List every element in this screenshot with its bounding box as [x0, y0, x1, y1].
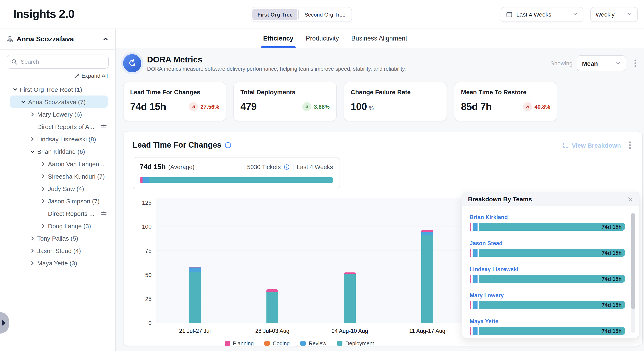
- sidebar-item-direct-reports[interactable]: Direct Reports ...: [10, 207, 108, 219]
- second-org-tree-button[interactable]: Second Org Tree: [300, 9, 350, 20]
- bar-28-jul-03-aug[interactable]: [267, 289, 278, 323]
- metric-delta-value: 40.8%: [534, 104, 550, 110]
- chevron-right-icon[interactable]: [29, 111, 36, 117]
- average-value: 74d 15h: [140, 163, 166, 171]
- dora-subtitle: DORA metrics measure software delivery p…: [147, 66, 406, 72]
- sidebar-item-anna-scozzafava[interactable]: Anna Scozzafava (7): [10, 96, 108, 108]
- dora-kebab-menu[interactable]: [632, 57, 639, 70]
- legend-label: Coding: [273, 340, 290, 346]
- chevron-right-icon[interactable]: [29, 260, 36, 266]
- chevron-right-icon[interactable]: [40, 173, 46, 179]
- bar-segment-planning: [267, 289, 278, 292]
- first-org-tree-button[interactable]: First Org Tree: [252, 9, 298, 20]
- chevron-right-icon[interactable]: [40, 198, 46, 204]
- tab-bar: EfficiencyProductivityBusiness Alignment: [116, 29, 644, 48]
- team-name-link[interactable]: Jason Stead: [470, 240, 502, 246]
- chart-legend: PlanningCodingReviewDeployment: [132, 340, 466, 346]
- legend-item-planning[interactable]: Planning: [224, 340, 254, 346]
- x-axis-tick-label: 21 Jul-27 Jul: [179, 328, 211, 334]
- chevron-right-icon[interactable]: [40, 185, 46, 192]
- filter-sliders-icon[interactable]: [101, 210, 108, 216]
- team-name-link[interactable]: Lindsay Liszewski: [470, 266, 518, 272]
- legend-item-review[interactable]: Review: [300, 340, 326, 346]
- sidebar-item-aaron-van-langen[interactable]: Aaron Van Langen...: [10, 158, 108, 170]
- showing-value: Mean: [582, 60, 598, 67]
- breakdown-row-brian-kirkland[interactable]: Brian Kirkland74d 15h: [470, 213, 625, 231]
- team-name-link[interactable]: Brian Kirkland: [470, 214, 508, 220]
- sidebar-item-mary-lowery[interactable]: Mary Lowery (6): [10, 108, 108, 120]
- breakdown-title: Breakdown By Teams: [468, 196, 532, 203]
- breakdown-row-lindsay-liszewski[interactable]: Lindsay Liszewski74d 15h: [470, 265, 625, 283]
- scrollbar-thumb[interactable]: [631, 213, 635, 309]
- chevron-right-icon[interactable]: [40, 222, 46, 229]
- chevron-right-icon[interactable]: [29, 247, 36, 254]
- chevron-down-icon[interactable]: [29, 148, 36, 155]
- expand-corners-icon: [562, 142, 569, 148]
- date-range-select[interactable]: Last 4 Weeks: [501, 7, 583, 22]
- sidebar-collapse-chevron[interactable]: [102, 36, 109, 42]
- chevron-down-icon[interactable]: [12, 86, 18, 93]
- view-breakdown-button[interactable]: View Breakdown: [562, 142, 621, 149]
- search-input-box[interactable]: [6, 55, 109, 69]
- tree-item-label: Mary Lowery (6): [37, 111, 82, 118]
- chevron-right-icon[interactable]: [40, 160, 46, 167]
- sidebar-item-jason-simpson[interactable]: Jason Simpson (7): [10, 195, 108, 207]
- expand-all-button[interactable]: Expand All: [74, 73, 108, 79]
- org-tree-toggle: First Org Tree Second Org Tree: [251, 7, 352, 22]
- bar-segment-planning: [470, 249, 471, 257]
- lead-time-kebab-menu[interactable]: [627, 139, 633, 151]
- sidebar-item-tony-pallas[interactable]: Tony Pallas (5): [10, 232, 108, 244]
- sidebar-item-maya-yette[interactable]: Maya Yette (3): [10, 257, 108, 269]
- search-input[interactable]: [21, 58, 104, 65]
- sidebar-item-judy-saw[interactable]: Judy Saw (4): [10, 182, 108, 195]
- tree-item-label: Maya Yette (3): [37, 259, 77, 266]
- bar-11-aug-17-aug[interactable]: [422, 230, 433, 323]
- legend-swatch: [224, 341, 230, 346]
- showing-select[interactable]: Mean: [577, 55, 626, 71]
- bar-21-jul-27-jul[interactable]: [189, 267, 201, 323]
- breakdown-row-mary-lowery[interactable]: Mary Lowery74d 15h: [470, 291, 625, 309]
- granularity-select[interactable]: Weekly: [590, 7, 638, 22]
- breakdown-row-maya-yette[interactable]: Maya Yette74d 15h: [470, 317, 625, 335]
- gridline: [156, 251, 466, 251]
- legend-swatch: [337, 341, 342, 346]
- bar-segment-planning: [470, 327, 471, 335]
- bar-segment-deployment: [422, 235, 433, 323]
- chevron-down-icon: [627, 11, 632, 18]
- y-axis-tick-label: 75: [132, 247, 152, 254]
- x-axis-tick-label: 04 Aug-10 Aug: [332, 328, 368, 334]
- breakdown-by-teams-panel: Breakdown By Teams Brian Kirkland74d 15h…: [462, 192, 640, 338]
- bar-segment-planning: [470, 301, 471, 309]
- sidebar-item-doug-lange[interactable]: Doug Lange (3): [10, 219, 108, 232]
- sidebar-item-first-org-tree-root[interactable]: First Org Tree Root (1): [10, 83, 108, 96]
- sidebar-item-brian-kirkland[interactable]: Brian Kirkland (6): [10, 145, 108, 158]
- legend-swatch: [300, 341, 306, 346]
- team-name-link[interactable]: Maya Yette: [470, 318, 498, 324]
- tickets-info-icon[interactable]: [284, 164, 289, 170]
- tree-item-label: Direct Reports of A...: [37, 123, 94, 130]
- sidebar-collapse-handle[interactable]: [0, 312, 9, 334]
- sidebar-item-direct-reports-of-a[interactable]: Direct Reports of A...: [10, 120, 108, 133]
- close-icon[interactable]: [628, 196, 633, 202]
- chevron-down-icon[interactable]: [20, 98, 26, 105]
- bar-04-aug-10-aug[interactable]: [344, 273, 356, 323]
- breakdown-row-jason-stead[interactable]: Jason Stead74d 15h: [470, 239, 625, 257]
- sidebar-item-lindsay-liszewski[interactable]: Lindsay Liszewski (8): [10, 133, 108, 145]
- sidebar-item-sireesha-kunduri[interactable]: Sireesha Kunduri (7): [10, 170, 108, 182]
- trend-up-arrow-icon: [302, 102, 311, 111]
- chevron-right-icon[interactable]: [29, 136, 36, 142]
- legend-item-coding[interactable]: Coding: [264, 340, 290, 346]
- team-name-link[interactable]: Mary Lowery: [470, 292, 504, 298]
- tickets-count: 5030 Tickets: [247, 164, 281, 170]
- legend-item-deployment[interactable]: Deployment: [337, 340, 374, 346]
- sidebar-item-jason-stead[interactable]: Jason Stead (4): [10, 244, 108, 257]
- tab-productivity[interactable]: Productivity: [305, 29, 340, 48]
- filter-sliders-icon[interactable]: [101, 123, 108, 130]
- chevron-right-icon[interactable]: [29, 235, 36, 241]
- tab-business-alignment[interactable]: Business Alignment: [350, 29, 408, 48]
- metric-card-lead-time-for-changes: Lead Time For Changes74d 15h27.56%: [123, 82, 226, 121]
- info-icon[interactable]: [225, 142, 231, 148]
- tab-efficiency[interactable]: Efficiency: [262, 29, 294, 48]
- sidebar-header: Anna Scozzafava: [0, 29, 115, 50]
- lead-time-title-row: Lead Time For Changes: [132, 141, 231, 150]
